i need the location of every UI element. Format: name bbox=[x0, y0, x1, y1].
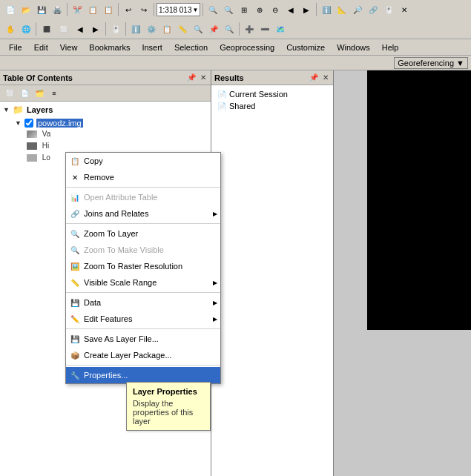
menu-file[interactable]: File bbox=[3, 42, 28, 53]
main-area: Table Of Contents 📌 ✕ ⬜ 📄 🗂️ ≡ ▼ 📁 Layer… bbox=[0, 70, 471, 476]
results-pin-button[interactable]: 📌 bbox=[308, 73, 320, 82]
zoom-out-window-button[interactable]: ⬜ bbox=[56, 22, 72, 36]
menu-windows[interactable]: Windows bbox=[331, 42, 376, 53]
measure2-button[interactable]: 📏 bbox=[175, 22, 190, 36]
toc-pin-button[interactable]: 📌 bbox=[185, 73, 197, 82]
toc-layer-order-button[interactable]: 📄 bbox=[18, 87, 31, 100]
scale-box[interactable]: 1:318 013 ▼ bbox=[157, 3, 200, 16]
ctx-edit-features[interactable]: ✏️ Edit Features ▶ bbox=[66, 311, 220, 327]
layers-label: Layers bbox=[27, 105, 53, 114]
new-button[interactable]: 📄 bbox=[3, 2, 18, 17]
info-button[interactable]: ℹ️ bbox=[128, 22, 143, 36]
ctx-zoom-raster-label: Zoom To Raster Resolution bbox=[84, 262, 182, 271]
previous-extent-button[interactable]: ◀ bbox=[73, 22, 88, 36]
identify-button[interactable]: ℹ️ bbox=[319, 2, 334, 17]
pan-button[interactable]: ✋ bbox=[3, 22, 18, 36]
scale-dropdown-icon[interactable]: ▼ bbox=[193, 7, 199, 13]
ctx-remove[interactable]: ✕ Remove bbox=[66, 169, 220, 185]
ctx-zoom-to-make-visible[interactable]: 🔍 Zoom To Make Visible bbox=[66, 242, 220, 258]
fixed-zoom-in-button[interactable]: ⊕ bbox=[252, 2, 267, 17]
menu-selection[interactable]: Selection bbox=[168, 42, 214, 53]
ctx-create-layer-package[interactable]: 📦 Create Layer Package... bbox=[66, 347, 220, 363]
results-panel-controls: 📌 ✕ bbox=[308, 73, 330, 82]
zoom-window-button[interactable]: ⬛ bbox=[39, 22, 55, 36]
ctx-visible-scale-range[interactable]: 📏 Visible Scale Range ▶ bbox=[66, 274, 220, 291]
ctx-open-attribute-table[interactable]: 📊 Open Attribute Table bbox=[66, 189, 220, 205]
menu-edit[interactable]: Edit bbox=[28, 42, 54, 53]
undo-button[interactable]: ↩ bbox=[121, 2, 136, 17]
separator-8 bbox=[125, 22, 126, 36]
ctx-sep-2 bbox=[66, 223, 220, 224]
toc-source-view-button[interactable]: 🗂️ bbox=[33, 87, 46, 100]
fixed-zoom-out-button[interactable]: ⊖ bbox=[268, 2, 283, 17]
redo-button[interactable]: ↪ bbox=[136, 2, 151, 17]
next-extent-button[interactable]: ▶ bbox=[88, 22, 103, 36]
back-button[interactable]: ◀ bbox=[283, 2, 298, 17]
settings-button[interactable]: ⚙️ bbox=[144, 22, 159, 36]
results-header: Results 📌 ✕ bbox=[211, 70, 333, 85]
forward-button[interactable]: ▶ bbox=[299, 2, 314, 17]
remove-data-button[interactable]: ➖ bbox=[257, 22, 272, 36]
zoom-out-button[interactable]: 🔍 bbox=[221, 2, 236, 17]
ctx-copy[interactable]: 📋 Copy bbox=[66, 153, 220, 169]
ctx-properties[interactable]: 🔧 Properties... bbox=[66, 367, 220, 383]
pin-button[interactable]: 📌 bbox=[206, 22, 221, 36]
ctx-save-as-layer-file[interactable]: 💾 Save As Layer File... bbox=[66, 331, 220, 347]
scale-text: 1:318 013 bbox=[159, 6, 192, 14]
find-button[interactable]: 🔎 bbox=[350, 2, 365, 17]
results-item-shared[interactable]: 📄 Shared bbox=[214, 100, 330, 112]
joins-icon: 🔗 bbox=[69, 208, 81, 219]
tooltip-title: Layer Properties bbox=[133, 387, 204, 396]
zoom-layer-button[interactable]: 🔍 bbox=[222, 22, 237, 36]
toc-list-view-button[interactable]: ⬜ bbox=[3, 87, 16, 100]
open-button[interactable]: 📂 bbox=[19, 2, 33, 17]
ctx-open-attribute-table-label: Open Attribute Table bbox=[84, 193, 157, 202]
layer-checkbox[interactable] bbox=[24, 119, 33, 128]
full-extent-button[interactable]: ⊞ bbox=[237, 2, 251, 17]
basemap-button[interactable]: 🗺️ bbox=[273, 22, 288, 36]
toc-options-button[interactable]: ≡ bbox=[47, 87, 61, 100]
ctx-remove-label: Remove bbox=[84, 173, 114, 182]
save-button[interactable]: 💾 bbox=[34, 2, 49, 17]
copy-button[interactable]: 📋 bbox=[85, 2, 100, 17]
ctx-sep-3 bbox=[66, 292, 220, 293]
attribute-button[interactable]: 📋 bbox=[159, 22, 174, 36]
georef-label[interactable]: Georeferencing ▼ bbox=[394, 57, 468, 69]
measure-button[interactable]: 📐 bbox=[335, 2, 349, 17]
ctx-zoom-to-make-visible-label: Zoom To Make Visible bbox=[84, 245, 164, 254]
select-button[interactable]: 🖱️ bbox=[381, 2, 396, 17]
ctx-joins-and-relates[interactable]: 🔗 Joins and Relates ▶ bbox=[66, 205, 220, 222]
ctx-zoom-to-raster-resolution[interactable]: 🖼️ Zoom To Raster Resolution bbox=[66, 258, 220, 274]
georef-text: Georeferencing bbox=[398, 59, 454, 67]
search-button[interactable]: 🔍 bbox=[191, 22, 205, 36]
ctx-data[interactable]: 💾 Data ▶ bbox=[66, 294, 220, 311]
paste-button[interactable]: 📋 bbox=[101, 2, 116, 17]
add-data-button[interactable]: ➕ bbox=[242, 22, 257, 36]
layer-expand-icon[interactable]: ▼ bbox=[15, 119, 22, 127]
clear-button[interactable]: ✕ bbox=[397, 2, 412, 17]
layers-expand-icon[interactable]: ▼ bbox=[3, 106, 10, 113]
select-features-button[interactable]: 🖱️ bbox=[108, 22, 123, 36]
globe-button[interactable]: 🌐 bbox=[19, 22, 33, 36]
menu-view[interactable]: View bbox=[54, 42, 84, 53]
layer-detail-hi-text: Hi bbox=[42, 142, 49, 150]
zoom-in-button[interactable]: 🔍 bbox=[205, 2, 220, 17]
toc-close-button[interactable]: ✕ bbox=[199, 73, 208, 82]
cut-button[interactable]: ✂️ bbox=[70, 2, 85, 17]
layer-item: ▼ powodz.img bbox=[3, 118, 208, 128]
menu-bookmarks[interactable]: Bookmarks bbox=[83, 42, 136, 53]
layers-folder-icon: 📁 bbox=[13, 105, 24, 115]
layer-name[interactable]: powodz.img bbox=[36, 119, 83, 128]
ctx-zoom-to-layer[interactable]: 🔍 Zoom To Layer bbox=[66, 225, 220, 242]
menu-customize[interactable]: Customize bbox=[280, 42, 331, 53]
print-button[interactable]: 🖨️ bbox=[50, 2, 65, 17]
current-session-label: Current Session bbox=[229, 90, 288, 99]
separator-3 bbox=[154, 3, 154, 16]
menu-geoprocessing[interactable]: Geoprocessing bbox=[214, 42, 280, 53]
map-area[interactable] bbox=[334, 70, 471, 476]
menu-insert[interactable]: Insert bbox=[136, 42, 168, 53]
hyperlink-button[interactable]: 🔗 bbox=[366, 2, 381, 17]
results-item-current-session[interactable]: 📄 Current Session bbox=[214, 88, 330, 100]
menu-help[interactable]: Help bbox=[376, 42, 405, 53]
results-close-button[interactable]: ✕ bbox=[321, 73, 330, 82]
